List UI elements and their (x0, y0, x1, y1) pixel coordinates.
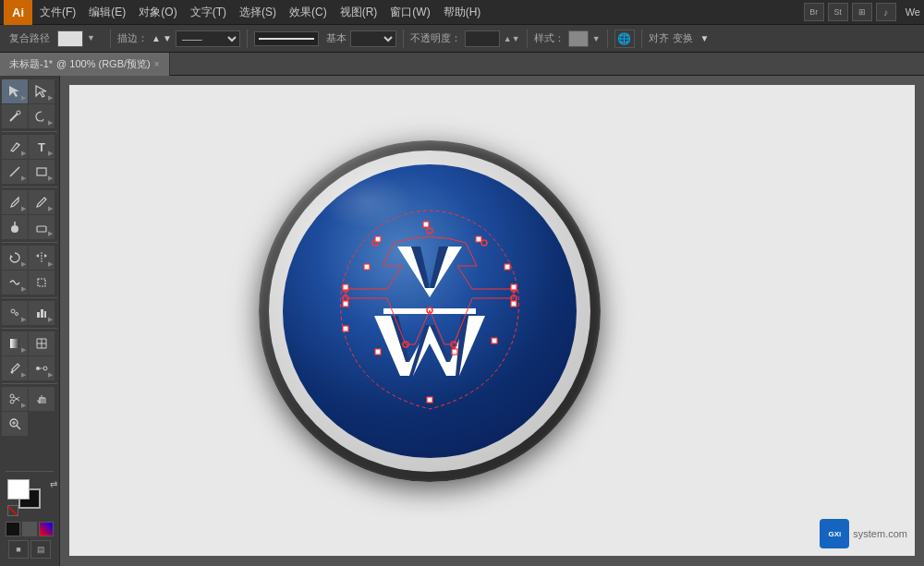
blob-brush-tool[interactable] (2, 215, 28, 239)
vw-blue-circle (283, 164, 577, 458)
ps-icon[interactable]: St (828, 3, 848, 21)
svg-point-23 (10, 394, 14, 398)
svg-marker-32 (397, 247, 462, 297)
sep2 (247, 30, 248, 48)
svg-line-0 (10, 114, 18, 121)
pen-tool[interactable]: ▶ (2, 135, 28, 159)
gray-swatch[interactable] (22, 522, 37, 536)
compound-path-control[interactable]: 复合路径 (6, 30, 54, 47)
no-color-icon[interactable] (7, 505, 18, 516)
canvas[interactable]: GXi system.com (69, 85, 915, 556)
image-mode-icon[interactable]: ▤ (30, 540, 51, 559)
gradient-tool[interactable]: ▶ (2, 331, 28, 355)
tab-subtitle: @ 100% (RGB/预览) (56, 57, 151, 71)
tool-row-4: ▶ ▶ (2, 160, 57, 184)
tool-sep-6 (2, 383, 57, 384)
symbol-sprayer-tool[interactable]: ▶ (2, 301, 28, 325)
svg-point-24 (10, 400, 14, 403)
globe-icon[interactable]: 🌐 (614, 30, 635, 48)
menu-type[interactable]: 文字(T) (185, 3, 232, 22)
opacity-input[interactable]: 100% (465, 30, 500, 47)
free-transform-tool[interactable] (29, 271, 55, 295)
hand-tool[interactable] (29, 387, 55, 411)
gradient-swatch[interactable] (39, 522, 54, 536)
stroke-control[interactable]: ▲ ▼ (152, 33, 172, 43)
style-dropdown[interactable]: ▼ (592, 34, 601, 43)
scissors-tool[interactable]: ▶ (2, 387, 28, 411)
tool-row-8: ▶ (2, 271, 57, 295)
eraser-tool[interactable]: ▶ (29, 215, 55, 239)
svg-point-1 (17, 111, 20, 114)
opacity-arrows[interactable]: ▲▼ (504, 34, 520, 43)
vw-logo (254, 103, 605, 519)
bridge-icon[interactable]: Br (804, 3, 824, 21)
menu-edit[interactable]: 编辑(E) (83, 3, 131, 22)
sep5 (607, 30, 608, 48)
svg-marker-8 (10, 255, 13, 259)
svg-rect-15 (37, 312, 40, 318)
rect-tool[interactable]: ▶ (29, 160, 55, 184)
tab-close-button[interactable]: × (154, 59, 160, 69)
mode-select[interactable] (350, 30, 396, 47)
swap-colors-icon[interactable]: ⇄ (50, 479, 57, 489)
watermark-text: system.com (853, 528, 907, 539)
warp-tool[interactable]: ▶ (2, 271, 28, 295)
svg-point-14 (16, 313, 18, 316)
document-tab[interactable]: 未标题-1* @ 100% (RGB/预览) × (0, 53, 170, 76)
grid-icon[interactable]: ⊞ (852, 3, 872, 21)
menu-object[interactable]: 对象(O) (133, 3, 182, 22)
menu-select[interactable]: 选择(S) (234, 3, 282, 22)
compound-path-label: 复合路径 (9, 31, 50, 45)
mesh-tool[interactable] (29, 331, 55, 355)
paintbrush-tool[interactable]: ▶ (2, 190, 28, 214)
menu-effect[interactable]: 效果(C) (284, 3, 333, 22)
align-label[interactable]: 对齐 (649, 31, 669, 45)
tool-row-9: ▶ ▶ (2, 301, 57, 325)
zoom-tool[interactable] (2, 412, 28, 436)
lasso-tool[interactable]: ▶ (29, 104, 55, 128)
eyedropper-tool[interactable]: ▶ (2, 356, 28, 380)
vw-outer-ring (259, 140, 601, 482)
reflect-tool[interactable]: ▶ (29, 246, 55, 270)
menu-window[interactable]: 窗口(W) (384, 3, 435, 22)
selection-tool[interactable]: ▶ (2, 79, 28, 103)
svg-line-3 (10, 167, 19, 176)
black-swatch[interactable] (6, 522, 20, 536)
svg-rect-17 (44, 311, 46, 318)
tool-row-7: ▶ ▶ (2, 246, 57, 270)
vw-white-ring (269, 151, 590, 472)
rotate-tool[interactable]: ▶ (2, 246, 28, 270)
fill-dropdown[interactable]: ▼ (87, 30, 103, 47)
pencil-tool[interactable]: ▶ (29, 190, 55, 214)
vw-emblem-svg (310, 191, 550, 431)
fill-color-box[interactable] (57, 30, 83, 47)
svg-rect-18 (10, 339, 19, 348)
color-mode-icon[interactable]: ■ (8, 540, 29, 559)
column-graph-tool[interactable]: ▶ (29, 301, 55, 325)
stroke-type-select[interactable]: —— (176, 30, 240, 47)
menu-view[interactable]: 视图(R) (334, 3, 383, 22)
menu-file[interactable]: 文件(F) (34, 3, 81, 22)
magic-wand-tool[interactable] (2, 104, 28, 128)
direct-selection-tool[interactable]: ▶ (29, 79, 55, 103)
type-tool[interactable]: T ▶ (29, 135, 55, 159)
tool-row-11: ▶ ▶ (2, 356, 57, 380)
canvas-area: GXi system.com (60, 76, 924, 566)
style-preview[interactable] (568, 30, 589, 47)
tool-row-10: ▶ (2, 331, 57, 355)
watermark: GXi system.com (820, 519, 907, 548)
stroke-line-preview (254, 31, 319, 46)
base-label: 基本 (326, 31, 346, 45)
tab-title: 未标题-1* (9, 57, 53, 71)
transform-label[interactable]: 变换 (673, 31, 693, 45)
menu-help[interactable]: 帮助(H) (438, 3, 487, 22)
more-options[interactable]: ▼ (697, 31, 713, 45)
svg-rect-16 (41, 309, 43, 318)
fill-swatch[interactable] (7, 479, 30, 500)
blend-tool[interactable]: ▶ (29, 356, 55, 380)
line-tool[interactable]: ▶ (2, 160, 28, 184)
tool-row-5: ▶ ▶ (2, 190, 57, 214)
speaker-icon[interactable]: ♪ (876, 3, 896, 21)
svg-line-28 (17, 426, 20, 429)
svg-rect-7 (37, 226, 46, 232)
